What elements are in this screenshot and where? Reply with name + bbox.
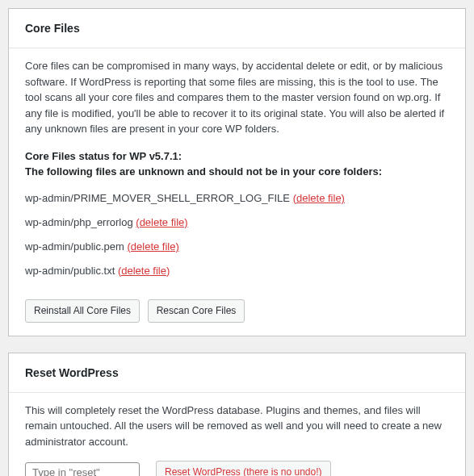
core-files-status-version: Core Files status for WP v5.7.1: <box>25 148 449 165</box>
reset-confirm-input[interactable] <box>25 462 140 476</box>
core-files-status: Core Files status for WP v5.7.1: The fol… <box>25 148 449 180</box>
core-files-body: Core files can be compromised in many wa… <box>9 48 465 336</box>
file-path: wp-admin/public.pem <box>25 240 124 253</box>
list-item: wp-admin/public.txt (delete file) <box>25 261 449 285</box>
reset-wordpress-panel: Reset WordPress This will completely res… <box>8 353 466 476</box>
list-item: wp-admin/PRIME_MOVER_SHELL_ERROR_LOG_FIL… <box>25 188 449 212</box>
reset-wordpress-description: This will completely reset the WordPress… <box>25 403 449 450</box>
delete-file-link[interactable]: (delete file) <box>136 216 187 228</box>
delete-file-link[interactable]: (delete file) <box>118 265 170 277</box>
core-files-panel: Core Files Core files can be compromised… <box>8 8 466 336</box>
reset-wordpress-button[interactable]: Reset WordPress (there is no undo!) <box>156 461 331 476</box>
delete-file-link[interactable]: (delete file) <box>293 192 345 204</box>
core-files-header: Core Files <box>9 9 465 48</box>
unknown-files-list: wp-admin/PRIME_MOVER_SHELL_ERROR_LOG_FIL… <box>25 188 449 285</box>
reset-wordpress-title: Reset WordPress <box>25 361 449 384</box>
reset-wordpress-body: This will completely reset the WordPress… <box>9 393 465 476</box>
reset-wordpress-header: Reset WordPress <box>9 353 465 393</box>
list-item: wp-admin/public.pem (delete file) <box>25 236 449 261</box>
file-path: wp-admin/php_errorlog <box>25 216 133 228</box>
reset-row: Reset WordPress (there is no undo!) <box>25 461 449 476</box>
list-item: wp-admin/php_errorlog (delete file) <box>25 212 449 236</box>
file-path: wp-admin/PRIME_MOVER_SHELL_ERROR_LOG_FIL… <box>25 192 290 204</box>
reinstall-core-files-button[interactable]: Reinstall All Core Files <box>25 299 140 323</box>
core-files-description: Core files can be compromised in many wa… <box>25 58 449 137</box>
core-files-status-warning: The following files are unknown and shou… <box>25 164 449 180</box>
file-path: wp-admin/public.txt <box>25 265 115 277</box>
delete-file-link[interactable]: (delete file) <box>127 240 178 253</box>
core-files-title: Core Files <box>25 17 449 40</box>
rescan-core-files-button[interactable]: Rescan Core Files <box>148 299 245 323</box>
